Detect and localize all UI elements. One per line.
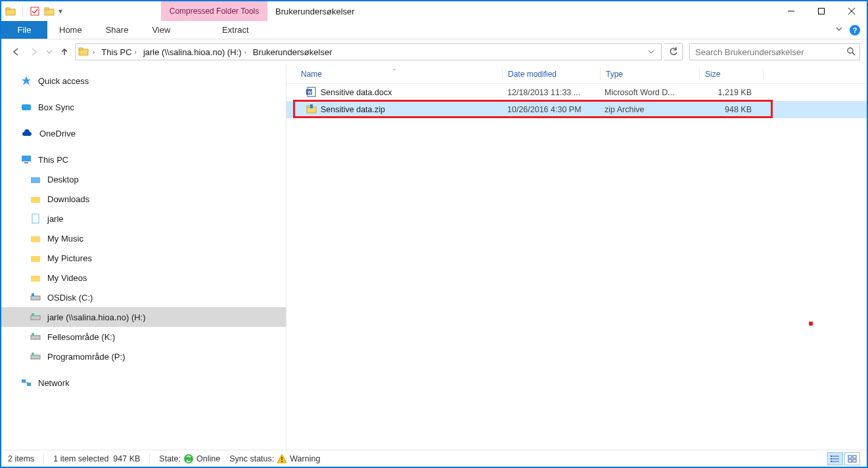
column-date[interactable]: Date modified (503, 70, 600, 79)
help-button[interactable]: ? (850, 25, 860, 35)
document-icon (30, 213, 41, 224)
folder-icon (30, 253, 41, 263)
back-button[interactable] (8, 44, 24, 60)
sort-ascending-icon: ˄ (393, 68, 396, 75)
up-button[interactable] (57, 44, 72, 60)
tab-home[interactable]: Home (47, 21, 94, 39)
svg-rect-19 (32, 214, 39, 223)
address-dropdown-icon[interactable] (644, 45, 658, 59)
maximize-button[interactable] (806, 1, 836, 21)
ribbon-expand-icon[interactable] (835, 25, 843, 35)
box-icon (21, 102, 32, 112)
svg-rect-27 (31, 335, 40, 339)
svg-rect-52 (848, 459, 852, 462)
cloud-icon (21, 129, 33, 138)
warning-icon (277, 454, 287, 464)
svg-rect-4 (45, 8, 49, 10)
details-view-button[interactable] (827, 452, 843, 465)
svg-marker-13 (22, 76, 31, 85)
pc-icon (21, 154, 32, 165)
svg-rect-24 (32, 293, 34, 296)
context-tab-header: Compressed Folder Tools (161, 1, 267, 21)
nav-onedrive[interactable]: OneDrive (1, 123, 286, 143)
svg-rect-14 (22, 104, 31, 110)
nav-desktop[interactable]: Desktop (1, 169, 286, 189)
breadcrumb[interactable]: jarle (\\salina.hioa.no) (H:) › (141, 47, 249, 57)
column-size[interactable]: Size (700, 70, 763, 79)
status-item-count: 2 items (8, 454, 34, 463)
nav-felles[interactable]: Fellesområde (K:) (1, 327, 286, 347)
breadcrumb[interactable]: This PC › (99, 47, 139, 57)
svg-rect-20 (31, 236, 40, 242)
column-name[interactable]: ˄Name (286, 70, 502, 79)
search-input[interactable] (694, 47, 842, 58)
svg-rect-48 (831, 458, 832, 459)
breadcrumb[interactable]: Brukerundersøkelser (250, 47, 335, 57)
tab-file[interactable]: File (1, 21, 47, 39)
star-icon (21, 75, 32, 86)
folder-icon (5, 6, 16, 16)
svg-point-28 (32, 333, 34, 335)
svg-rect-23 (31, 296, 40, 300)
column-type[interactable]: Type (601, 70, 699, 79)
svg-rect-50 (848, 456, 852, 458)
drive-icon (30, 292, 41, 303)
tab-share[interactable]: Share (94, 21, 141, 39)
svg-point-11 (848, 48, 853, 53)
minimize-button[interactable] (776, 1, 806, 21)
chevron-right-icon[interactable]: › (93, 49, 95, 56)
folder-icon (30, 174, 41, 184)
qat-dropdown-icon[interactable]: ▾ (58, 7, 62, 16)
quick-access-toolbar: ▾ (1, 1, 62, 21)
nav-network[interactable]: Network (1, 373, 286, 393)
status-sync: Sync status: Warning (229, 454, 320, 464)
search-icon[interactable] (846, 47, 856, 58)
folder-icon (30, 194, 41, 204)
svg-rect-10 (79, 48, 83, 50)
network-drive-icon (30, 351, 41, 362)
status-state: State: Online (159, 454, 220, 464)
recent-dropdown[interactable] (45, 44, 54, 60)
svg-rect-31 (22, 379, 26, 383)
svg-rect-16 (24, 162, 28, 163)
nav-program[interactable]: Programområde (P:) (1, 347, 286, 366)
nav-my-pictures[interactable]: My Pictures (1, 248, 286, 268)
svg-rect-1 (6, 8, 10, 10)
large-icons-view-button[interactable] (844, 452, 860, 465)
file-row[interactable]: W Sensitive data.docx 12/18/2013 11:33 .… (286, 84, 867, 101)
svg-rect-49 (831, 461, 832, 462)
network-drive-icon (30, 331, 41, 342)
annotation-marker (809, 322, 813, 326)
svg-rect-25 (31, 316, 40, 320)
network-icon (21, 377, 32, 388)
tab-view[interactable]: View (140, 21, 182, 39)
nav-this-pc[interactable]: This PC (1, 150, 286, 169)
nav-box-sync[interactable]: Box Sync (1, 97, 286, 117)
tab-extract[interactable]: Extract (182, 21, 288, 39)
svg-rect-32 (27, 383, 31, 386)
file-row[interactable]: Sensitive data.zip 10/26/2016 4:30 PM zi… (286, 101, 867, 118)
nav-quick-access[interactable]: Quick access (1, 71, 286, 91)
folder-icon (78, 46, 89, 58)
nav-osdisk[interactable]: OSDisk (C:) (1, 287, 286, 307)
nav-jarle[interactable]: jarle (1, 209, 286, 228)
svg-text:W: W (308, 90, 312, 95)
refresh-button[interactable] (664, 43, 683, 60)
navigation-bar: › This PC › jarle (\\salina.hioa.no) (H:… (1, 39, 867, 64)
svg-rect-6 (819, 9, 825, 14)
close-button[interactable] (836, 1, 867, 21)
search-box[interactable] (689, 43, 860, 60)
folder-icon (30, 272, 41, 283)
nav-downloads[interactable]: Downloads (1, 189, 286, 209)
window-title: Brukerundersøkelser (267, 1, 355, 21)
folder-icon[interactable] (44, 6, 55, 16)
forward-button[interactable] (26, 44, 42, 60)
svg-rect-29 (31, 355, 40, 359)
svg-line-12 (852, 53, 855, 55)
address-bar[interactable]: › This PC › jarle (\\salina.hioa.no) (H:… (75, 43, 662, 60)
separator (22, 5, 23, 17)
nav-my-videos[interactable]: My Videos (1, 268, 286, 287)
properties-icon[interactable] (30, 6, 40, 16)
nav-my-music[interactable]: My Music (1, 228, 286, 248)
nav-jarle-drive[interactable]: jarle (\\salina.hioa.no) (H:) (1, 307, 286, 327)
